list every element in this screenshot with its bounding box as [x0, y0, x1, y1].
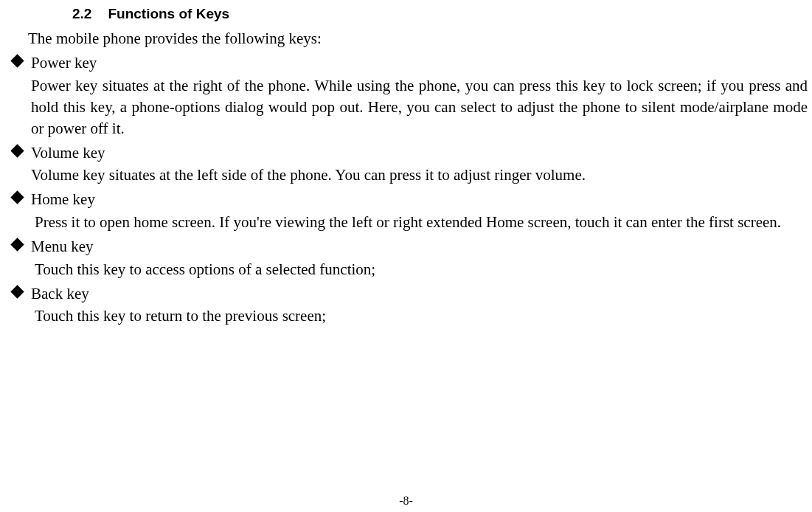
diamond-icon [10, 54, 24, 67]
list-item-label: Back key [31, 284, 89, 302]
list-item-body: Touch this key to return to the previous… [0, 305, 812, 327]
items-list: Power keyPower key situates at the right… [0, 52, 812, 327]
list-item: Volume key [0, 142, 812, 162]
list-item-label: Power key [31, 54, 97, 72]
section-heading: 2.2Functions of Keys [0, 6, 812, 22]
list-item-label: Menu key [31, 238, 94, 255]
list-item-label: Volume key [31, 143, 105, 161]
list-item-body: Volume key situates at the left side of … [0, 165, 812, 186]
heading-title: Functions of Keys [108, 6, 229, 21]
list-item: Back key [0, 283, 812, 303]
diamond-icon [10, 144, 24, 157]
diamond-icon [10, 285, 24, 298]
list-item-label: Home key [31, 190, 95, 208]
list-item-body: Press it to open home screen. If you're … [0, 212, 812, 233]
list-item: Power key [0, 52, 812, 72]
page-number: -8- [0, 494, 812, 508]
diamond-icon [10, 191, 24, 204]
diamond-icon [10, 238, 24, 251]
list-item: Home key [0, 189, 812, 209]
list-item-body: Touch this key to access options of a se… [0, 259, 812, 280]
intro-text: The mobile phone provides the following … [0, 30, 812, 48]
list-item-body: Power key situates at the right of the p… [0, 75, 812, 139]
list-item: Menu key [0, 236, 812, 256]
heading-number: 2.2 [72, 6, 91, 22]
